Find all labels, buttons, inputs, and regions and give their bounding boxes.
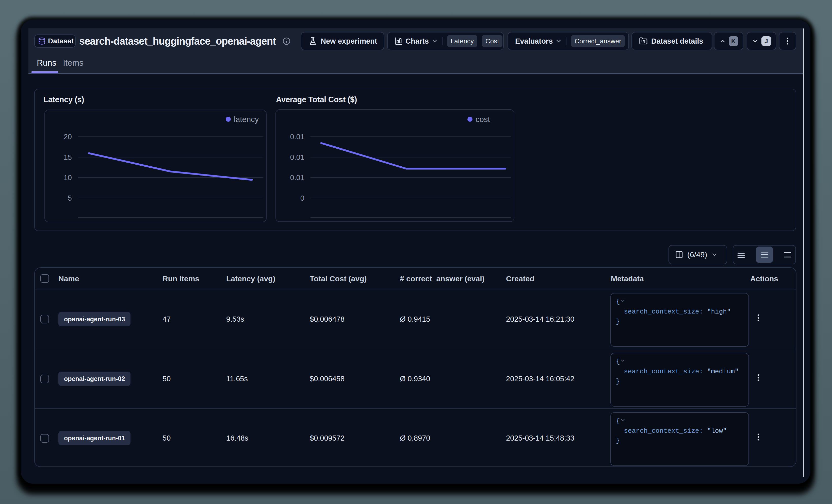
svg-text:0.01: 0.01 [290, 153, 305, 161]
svg-text:20: 20 [64, 133, 72, 141]
svg-text:latency: latency [234, 115, 259, 124]
svg-text:0: 0 [301, 194, 305, 202]
svg-text:0.01: 0.01 [290, 133, 305, 141]
svg-text:5: 5 [68, 194, 72, 202]
svg-text:15: 15 [64, 153, 72, 161]
svg-text:cost: cost [475, 115, 490, 124]
svg-text:10: 10 [64, 173, 72, 181]
svg-text:0.01: 0.01 [290, 173, 305, 181]
